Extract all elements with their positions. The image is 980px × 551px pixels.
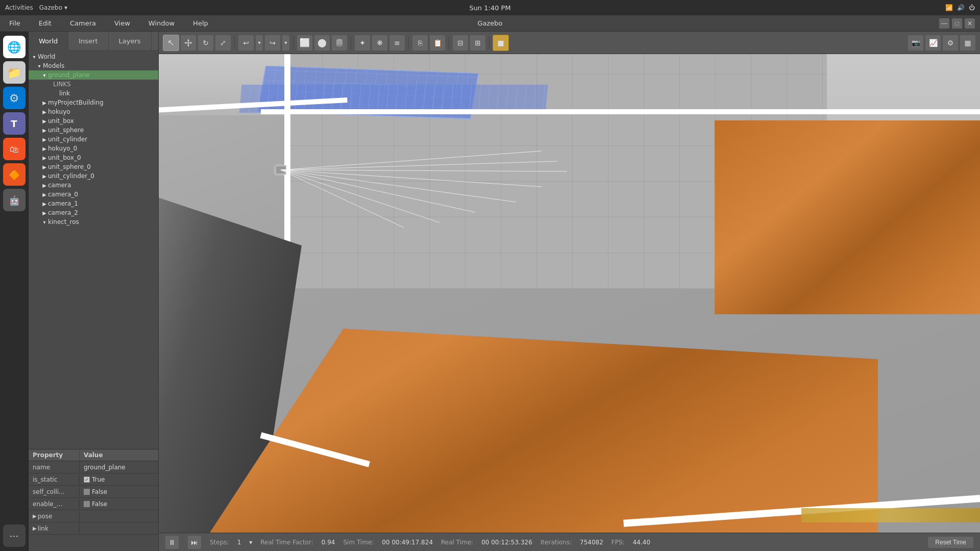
- tree-item-hokuyo[interactable]: ▶ hokuyo: [29, 107, 158, 116]
- activities-label[interactable]: Activities: [5, 4, 33, 11]
- tree-item-links[interactable]: LINKS: [29, 80, 158, 89]
- prop-checkbox-enable[interactable]: [84, 501, 90, 507]
- prop-row-self-colli[interactable]: self_colli... False: [29, 486, 158, 498]
- camera-view-button[interactable]: 📷: [908, 35, 924, 51]
- tree-item-camera[interactable]: ▶ camera: [29, 181, 158, 190]
- sphere-button[interactable]: ⬤: [314, 35, 330, 51]
- tree-item-unit-cylinder0[interactable]: ▶ unit_cylinder_0: [29, 171, 158, 181]
- minimize-button[interactable]: —: [939, 18, 949, 29]
- redo-button[interactable]: ↪: [264, 35, 281, 51]
- panel-tabs: World Insert Layers: [29, 32, 158, 50]
- prop-checkbox-self-colli[interactable]: [84, 489, 90, 495]
- taskbar-settings[interactable]: ⚙: [3, 87, 26, 109]
- taskbar-apps[interactable]: ⋯: [3, 524, 26, 547]
- dropdown-arrow[interactable]: ▾: [64, 4, 67, 11]
- prop-row-enable[interactable]: enable_... False: [29, 498, 158, 510]
- close-button[interactable]: ✕: [965, 18, 975, 29]
- scale-button[interactable]: ⤢: [215, 35, 231, 51]
- prop-row-pose[interactable]: ▶ pose: [29, 510, 158, 522]
- directional-light-button[interactable]: ≡: [389, 35, 405, 51]
- tab-layers[interactable]: Layers: [109, 32, 152, 50]
- sep1: [234, 37, 235, 49]
- tree-arrow-camera: ▶: [41, 183, 48, 188]
- app-name[interactable]: Gazebo: [39, 4, 62, 11]
- point-light-button[interactable]: ✦: [354, 35, 371, 51]
- tree-item-hokuyo0[interactable]: ▶ hokuyo_0: [29, 144, 158, 153]
- tree-item-camera0[interactable]: ▶ camera_0: [29, 190, 158, 199]
- undo-button[interactable]: ↩: [238, 35, 254, 51]
- prop-name-is-static: is_static: [29, 474, 80, 485]
- tree-arrow-hokuyo0: ▶: [41, 146, 48, 152]
- tree-item-camera2[interactable]: ▶ camera_2: [29, 208, 158, 217]
- tree-item-unit-box0[interactable]: ▶ unit_box_0: [29, 153, 158, 162]
- copy-button[interactable]: ⎘: [412, 35, 428, 51]
- tree-item-myproject[interactable]: ▶ myProjectBuilding: [29, 98, 158, 107]
- taskbar-ros[interactable]: 🤖: [3, 189, 26, 211]
- tab-world[interactable]: World: [29, 32, 68, 50]
- reset-time-button[interactable]: Reset Time: [927, 536, 974, 548]
- menu-help[interactable]: Help: [189, 17, 212, 29]
- menu-view[interactable]: View: [110, 17, 134, 29]
- properties-panel: Property Value name ground_plane is_stat…: [29, 449, 158, 551]
- tree-item-link[interactable]: link: [29, 89, 158, 98]
- grid-button[interactable]: ▦: [960, 35, 976, 51]
- tree-item-world[interactable]: ▾ World: [29, 52, 158, 61]
- paste-button[interactable]: 📋: [429, 35, 446, 51]
- tree-arrow-myproject: ▶: [41, 100, 48, 106]
- menu-camera[interactable]: Camera: [66, 17, 100, 29]
- rotate-button[interactable]: ↻: [198, 35, 214, 51]
- select-button[interactable]: ↖: [163, 35, 179, 51]
- system-bar-right: 📶 🔊 ⏻: [945, 4, 975, 11]
- prop-checkbox-is-static[interactable]: ✓: [84, 477, 90, 483]
- cylinder-button[interactable]: [331, 35, 348, 51]
- tree-view[interactable]: ▾ World ▾ Models ▾ ground_plane LINKS li…: [29, 50, 158, 449]
- tree-arrow-camera0: ▶: [41, 192, 48, 197]
- box-button[interactable]: ⬜: [297, 35, 313, 51]
- tree-item-camera1[interactable]: ▶ camera_1: [29, 199, 158, 208]
- prop-name-pose: ▶ pose: [29, 511, 80, 521]
- taskbar-store[interactable]: 🛍: [3, 138, 26, 160]
- menu-file[interactable]: File: [5, 17, 24, 29]
- prop-row-name[interactable]: name ground_plane: [29, 461, 158, 473]
- align-button[interactable]: ⊟: [452, 35, 469, 51]
- tree-arrow-ground-plane: ▾: [41, 72, 48, 78]
- tree-item-unit-sphere[interactable]: ▶ unit_sphere: [29, 126, 158, 135]
- extra-button[interactable]: ■: [493, 35, 509, 51]
- menu-edit[interactable]: Edit: [35, 17, 56, 29]
- tree-item-ground-plane[interactable]: ▾ ground_plane: [29, 70, 158, 80]
- prop-row-is-static[interactable]: is_static ✓ True: [29, 473, 158, 486]
- tree-item-models[interactable]: ▾ Models: [29, 61, 158, 70]
- plot-button[interactable]: 📈: [925, 35, 941, 51]
- tree-label-kinect: kinect_ros: [48, 218, 79, 226]
- translate-button[interactable]: [180, 35, 197, 51]
- tree-label-camera1: camera_1: [48, 200, 78, 207]
- tree-label-hokuyo0: hokuyo_0: [48, 145, 77, 152]
- prop-value-name: ground_plane: [80, 462, 158, 472]
- real-time-label: Real Time:: [441, 539, 473, 546]
- steps-dropdown[interactable]: ▾: [249, 539, 252, 546]
- prop-row-link[interactable]: ▶ link: [29, 522, 158, 535]
- menu-window[interactable]: Window: [144, 17, 179, 29]
- pause-button[interactable]: ⏸: [165, 535, 179, 549]
- tree-item-kinect[interactable]: ▾ kinect_ros: [29, 217, 158, 227]
- viewport[interactable]: [159, 54, 980, 533]
- redo-dropdown[interactable]: ▾: [282, 35, 290, 51]
- next-button[interactable]: ⏭: [187, 535, 202, 549]
- spot-light-button[interactable]: ❋: [372, 35, 388, 51]
- tree-item-unit-box[interactable]: ▶ unit_box: [29, 116, 158, 126]
- tree-item-unit-cylinder[interactable]: ▶ unit_cylinder: [29, 135, 158, 144]
- tree-label-unit-box: unit_box: [48, 117, 74, 124]
- settings-button[interactable]: ⚙: [942, 35, 959, 51]
- tree-label-link: link: [59, 90, 70, 97]
- steps-value: 1: [237, 539, 241, 546]
- snap-button[interactable]: ⊞: [470, 35, 486, 51]
- taskbar-teams[interactable]: T: [3, 112, 26, 135]
- tree-label-camera2: camera_2: [48, 209, 78, 216]
- taskbar-ubuntu[interactable]: 🔶: [3, 163, 26, 186]
- maximize-button[interactable]: □: [952, 18, 962, 29]
- taskbar-chrome[interactable]: 🌐: [3, 36, 26, 58]
- undo-dropdown[interactable]: ▾: [255, 35, 263, 51]
- tab-insert[interactable]: Insert: [68, 32, 108, 50]
- taskbar-files[interactable]: 📁: [3, 61, 26, 84]
- tree-item-unit-sphere0[interactable]: ▶ unit_sphere_0: [29, 162, 158, 171]
